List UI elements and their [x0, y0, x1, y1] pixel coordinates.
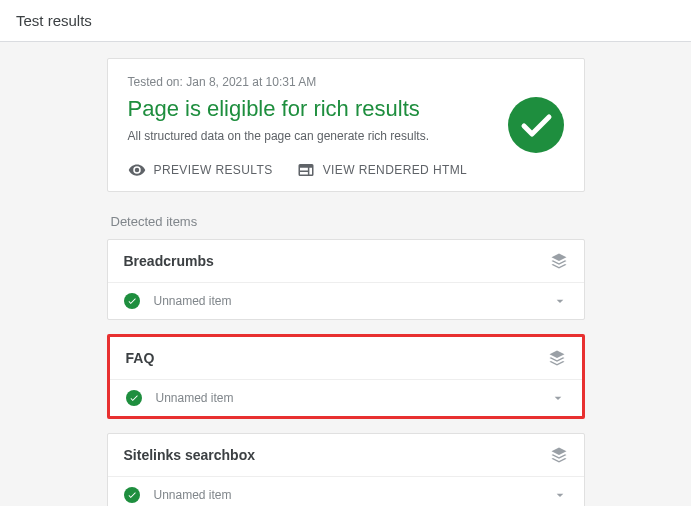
web-icon	[297, 161, 315, 179]
detected-item-faq: FAQ Unnamed item	[107, 334, 585, 419]
item-header[interactable]: FAQ	[110, 337, 582, 380]
content-area: Tested on: Jan 8, 2021 at 10:31 AM Page …	[0, 42, 691, 506]
eye-icon	[128, 161, 146, 179]
view-rendered-html-button[interactable]: VIEW RENDERED HTML	[297, 161, 468, 179]
layers-icon	[550, 252, 568, 270]
item-row[interactable]: Unnamed item	[108, 477, 584, 507]
item-row-label: Unnamed item	[154, 488, 538, 502]
chevron-down-icon	[552, 487, 568, 503]
tested-on-text: Tested on: Jan 8, 2021 at 10:31 AM	[128, 75, 488, 89]
item-header[interactable]: Sitelinks searchbox	[108, 434, 584, 477]
layers-icon	[548, 349, 566, 367]
check-icon	[126, 390, 142, 406]
view-rendered-html-label: VIEW RENDERED HTML	[323, 163, 468, 177]
item-title: Sitelinks searchbox	[124, 447, 550, 463]
result-subtext: All structured data on the page can gene…	[128, 129, 488, 143]
chevron-down-icon	[552, 293, 568, 309]
check-icon	[124, 293, 140, 309]
preview-results-label: PREVIEW RESULTS	[154, 163, 273, 177]
item-title: Breadcrumbs	[124, 253, 550, 269]
item-row-label: Unnamed item	[156, 391, 536, 405]
item-row[interactable]: Unnamed item	[110, 380, 582, 416]
item-header[interactable]: Breadcrumbs	[108, 240, 584, 283]
result-headline: Page is eligible for rich results	[128, 95, 488, 123]
check-icon	[124, 487, 140, 503]
page-title: Test results	[16, 12, 92, 29]
detected-items-label: Detected items	[111, 214, 585, 229]
result-card: Tested on: Jan 8, 2021 at 10:31 AM Page …	[107, 58, 585, 192]
item-row-label: Unnamed item	[154, 294, 538, 308]
preview-results-button[interactable]: PREVIEW RESULTS	[128, 161, 273, 179]
layers-icon	[550, 446, 568, 464]
detected-item-sitelinks-searchbox: Sitelinks searchbox Unnamed item	[107, 433, 585, 507]
chevron-down-icon	[550, 390, 566, 406]
item-row[interactable]: Unnamed item	[108, 283, 584, 319]
detected-item-breadcrumbs: Breadcrumbs Unnamed item	[107, 239, 585, 320]
svg-point-0	[508, 97, 564, 153]
item-title: FAQ	[126, 350, 548, 366]
page-header: Test results	[0, 0, 691, 42]
success-check-icon	[508, 97, 564, 157]
